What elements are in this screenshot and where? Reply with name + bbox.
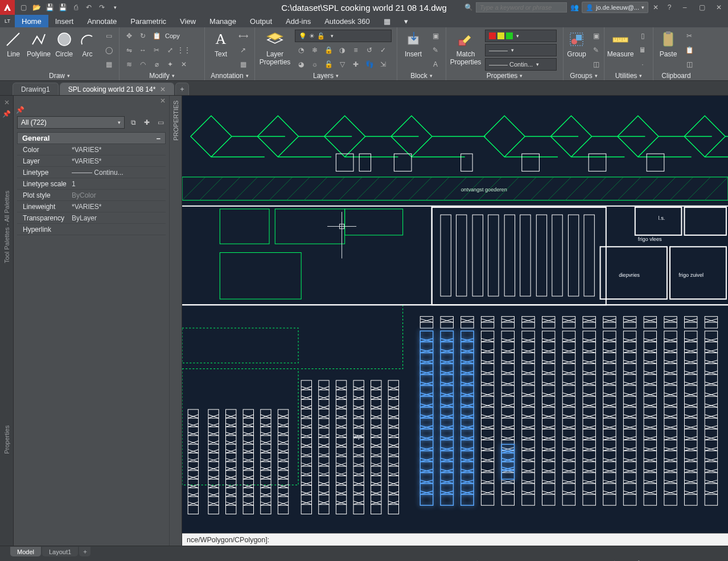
rail-tool-palettes[interactable]: Tool Palettes - All Palettes	[2, 123, 12, 331]
tab-express-icon[interactable]: ▦	[377, 15, 397, 27]
close-button[interactable]: ✕	[711, 2, 727, 13]
layer-new-icon[interactable]: ✚	[349, 58, 362, 71]
cut-icon[interactable]: ✂	[683, 30, 696, 42]
layout-tab-model[interactable]: Model	[10, 547, 41, 556]
ribbon-group-label[interactable]: Groups ▾	[567, 71, 601, 80]
collapse-icon[interactable]: –	[157, 134, 161, 142]
customize-icon[interactable]: ≡	[712, 559, 723, 562]
hatch-icon[interactable]: ▦	[103, 58, 116, 71]
ribbon-group-label[interactable]: Layers ▾	[258, 71, 393, 80]
line-button[interactable]: Line	[3, 30, 23, 58]
trim-icon[interactable]: ✂	[150, 44, 163, 56]
calc-icon[interactable]: 🖩	[636, 44, 649, 56]
prop-row-linetype[interactable]: Linetype——— Continu...	[17, 167, 166, 178]
attr-icon[interactable]: A	[429, 58, 442, 71]
layer-iso-icon[interactable]: ◑	[336, 44, 348, 56]
group-button[interactable]: Group	[567, 30, 586, 58]
mirror-icon[interactable]: ⇋	[123, 44, 135, 56]
table-icon[interactable]: ▦	[237, 58, 249, 71]
qat-dropdown-icon[interactable]: ▾	[109, 2, 121, 13]
prop-row-ltscale[interactable]: Linetype scale1	[17, 178, 166, 190]
new-tab-button[interactable]: ＋	[175, 83, 189, 95]
qat-saveas-icon[interactable]: 💾	[56, 2, 69, 13]
prop-row-plotstyle[interactable]: Plot styleByColor	[17, 190, 166, 201]
select-objects-icon[interactable]: ▭	[155, 117, 166, 128]
insert-button[interactable]: Insert	[401, 30, 426, 58]
user-chip[interactable]: 👤 jo.de.leeuw@... ▾	[582, 2, 648, 13]
rotate-icon[interactable]: ↻	[137, 30, 149, 42]
annoscale-icon[interactable]: Å	[633, 559, 644, 562]
status-space[interactable]: MODEL	[443, 559, 474, 562]
layer-walk-icon[interactable]: 👣	[363, 58, 376, 71]
rail-properties[interactable]: Properties	[2, 335, 12, 543]
isodraft-icon[interactable]: ◧	[540, 559, 552, 562]
panel-pin-icon[interactable]: 📌	[16, 106, 24, 114]
paste-special-icon[interactable]: ◫	[683, 58, 696, 71]
grid-icon[interactable]: ▦	[481, 559, 492, 562]
transparency-icon[interactable]: ◐	[599, 559, 611, 562]
tab-home[interactable]: Home	[15, 15, 48, 27]
select-icon[interactable]: ▯	[636, 30, 649, 42]
layer-lock-icon[interactable]: 🔒	[322, 44, 335, 56]
explode-icon[interactable]: ✦	[164, 58, 176, 71]
layout-tab-layout1[interactable]: Layout1	[42, 547, 78, 556]
prop-row-hyperlink[interactable]: Hyperlink	[17, 224, 166, 235]
ribbon-group-label[interactable]: Modify ▾	[123, 71, 201, 80]
prop-row-layer[interactable]: Layer*VARIES*	[17, 155, 166, 167]
layer-state-icon[interactable]: ✓	[377, 44, 389, 56]
prop-row-transparency[interactable]: TransparencyByLayer	[17, 212, 166, 224]
ortho-icon[interactable]: ⟂	[511, 559, 522, 562]
file-tab-drawing1[interactable]: Drawing1	[13, 83, 59, 95]
command-line[interactable]: nce/WPolygon/CPolygon]:	[182, 533, 728, 546]
app-logo[interactable]	[0, 0, 15, 15]
tab-insert[interactable]: Insert	[48, 15, 81, 27]
layer-on-icon[interactable]: ◕	[295, 58, 307, 71]
file-tab-spl[interactable]: SPL cooking world 21 08 14* ✕	[60, 83, 175, 95]
tab-autodesk360[interactable]: Autodesk 360	[318, 15, 377, 27]
minimize-button[interactable]: –	[677, 2, 693, 13]
ungroup-icon[interactable]: ▣	[590, 30, 602, 42]
qat-plot-icon[interactable]: ⎙	[69, 2, 82, 13]
panel-close-icon[interactable]: ✕	[159, 97, 167, 105]
group-bbox-icon[interactable]: ◫	[590, 58, 602, 71]
layout-tab-add[interactable]: ＋	[79, 547, 91, 556]
ribbon-group-label[interactable]: Block ▾	[401, 71, 442, 80]
array-icon[interactable]: ⋮⋮	[178, 44, 190, 56]
text-button[interactable]: A Text	[208, 30, 233, 58]
tab-manage[interactable]: Manage	[203, 15, 243, 27]
layer-freeze-icon[interactable]: ❄	[309, 44, 321, 56]
layer-unlock-icon[interactable]: 🔓	[322, 58, 335, 71]
ribbon-group-label[interactable]: Utilities ▾	[608, 71, 649, 80]
help-icon[interactable]: ?	[663, 2, 676, 13]
prop-row-color[interactable]: Color*VARIES*	[17, 144, 166, 155]
quickselect-icon[interactable]: ⧉	[128, 117, 138, 128]
selection-dropdown[interactable]: All (722)▾	[17, 116, 125, 129]
rail-close-icon[interactable]: ✕	[2, 98, 11, 107]
copy-icon[interactable]: 📋	[150, 30, 163, 42]
edit-block-icon[interactable]: ✎	[429, 44, 442, 56]
dim-linear-icon[interactable]: ⟷	[237, 30, 249, 42]
layer-thaw-icon[interactable]: ☼	[309, 58, 321, 71]
properties-section-header[interactable]: General –	[17, 132, 166, 144]
linetype-select[interactable]: ——— Contin...▾	[485, 58, 557, 71]
maximize-button[interactable]: ▢	[694, 2, 710, 13]
pickadd-icon[interactable]: ✚	[142, 117, 152, 128]
isolate-icon[interactable]: ◎	[682, 559, 694, 562]
measure-button[interactable]: Measure	[608, 30, 633, 58]
point-icon[interactable]: ·	[636, 58, 649, 71]
polar-icon[interactable]: ✛	[525, 559, 537, 562]
copy-clip-icon[interactable]: 📋	[683, 44, 696, 56]
layer-select[interactable]: 💡 ☀ 🔓 ▾	[295, 30, 392, 42]
leader-icon[interactable]: ↗	[237, 44, 249, 56]
rail-pin-icon[interactable]: 📌	[2, 109, 11, 118]
people-icon[interactable]: 👥	[568, 2, 581, 13]
erase-icon[interactable]: ✕	[178, 58, 190, 71]
scale-chip[interactable]: 1:1	[648, 559, 664, 562]
match-properties-button[interactable]: Match Properties	[450, 30, 482, 66]
tab-annotate[interactable]: Annotate	[80, 15, 124, 27]
tab-parametric[interactable]: Parametric	[124, 15, 173, 27]
search-icon[interactable]: 🔍	[462, 2, 475, 13]
layer-merge-icon[interactable]: ⇲	[377, 58, 389, 71]
tab-view[interactable]: View	[173, 15, 203, 27]
prop-row-lineweight[interactable]: Lineweight*VARIES*	[17, 201, 166, 212]
